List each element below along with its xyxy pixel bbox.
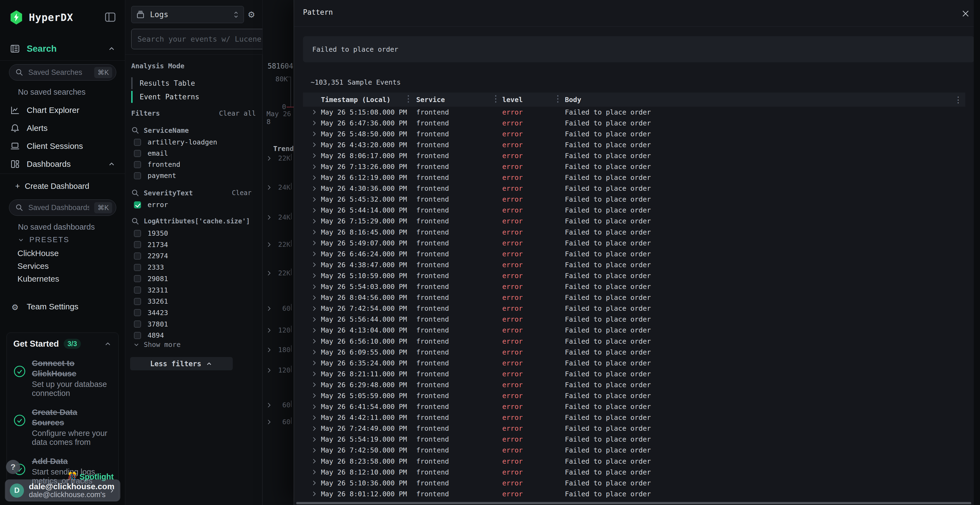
row-expand-chevron[interactable] [303,316,318,323]
pattern-row-peek[interactable]: 120 [263,365,294,376]
row-expand-chevron[interactable] [303,447,318,454]
table-row[interactable]: May 26 6:56:10.000 PMfrontenderrorFailed… [303,336,965,347]
pattern-row-peek[interactable]: 22K [263,240,294,250]
table-row[interactable]: May 26 8:04:56.000 PMfrontenderrorFailed… [303,292,965,303]
row-expand-chevron[interactable] [303,338,318,345]
filter-option[interactable]: 33261 [134,296,254,307]
row-expand-chevron[interactable] [303,305,318,312]
sidebar-item-dashboards[interactable]: Dashboards [0,156,125,173]
table-row[interactable]: May 26 8:21:11.000 PMfrontenderrorFailed… [303,368,965,379]
table-row[interactable]: May 26 6:35:24.000 PMfrontenderrorFailed… [303,357,965,368]
table-row[interactable]: May 26 5:45:32.000 PMfrontenderrorFailed… [303,194,965,205]
checkbox[interactable] [134,230,141,237]
filter-option[interactable]: 32311 [134,284,254,296]
less-filters-button[interactable]: Less filters [130,357,233,370]
col-level[interactable]: level [494,96,557,104]
table-row[interactable]: May 26 5:56:44.000 PMfrontenderrorFailed… [303,314,965,325]
row-expand-chevron[interactable] [303,261,318,268]
row-expand-chevron[interactable] [303,425,318,432]
preset-clickhouse[interactable]: ClickHouse [18,249,59,258]
sidebar-item-client-sessions[interactable]: Client Sessions [0,138,125,154]
mode-event-patterns[interactable]: Event Patterns [131,91,235,103]
table-row[interactable]: May 26 5:05:59.000 PMfrontenderrorFailed… [303,390,965,401]
row-expand-chevron[interactable] [303,359,318,367]
row-expand-chevron[interactable] [303,207,318,214]
mode-results-table[interactable]: Results Table [131,77,235,90]
row-expand-chevron[interactable] [303,108,318,116]
table-row[interactable]: May 26 5:10:59.000 PMfrontenderrorFailed… [303,270,965,281]
table-row[interactable]: May 26 6:29:48.000 PMfrontenderrorFailed… [303,379,965,390]
chevron-up-icon[interactable] [108,160,116,168]
table-row[interactable]: May 26 4:42:11.000 PMfrontenderrorFailed… [303,412,965,423]
table-row[interactable]: May 26 5:15:08.000 PMfrontenderrorFailed… [303,106,965,118]
checkbox[interactable] [134,150,141,157]
presets-toggle[interactable]: PRESETS [18,236,69,244]
get-started-item[interactable]: Connect to ClickHouse Set up your databa… [13,358,112,398]
source-settings-gear-icon[interactable]: ⚙ [248,8,255,20]
table-row[interactable]: May 26 6:25:44.000 PMfrontenderrorFailed… [303,499,965,502]
saved-searches-search[interactable]: ⌘K [9,64,116,81]
col-timestamp[interactable]: Timestamp (Local) [318,96,414,104]
checkbox-checked[interactable] [134,201,141,208]
table-row[interactable]: May 26 5:49:07.000 PMfrontenderrorFailed… [303,238,965,248]
row-expand-chevron[interactable] [303,327,318,334]
sidebar-item-alerts[interactable]: Alerts [0,120,125,137]
checkbox[interactable] [134,252,141,260]
row-expand-chevron[interactable] [303,174,318,181]
sidebar-item-chart-explorer[interactable]: Chart Explorer [0,102,125,119]
table-row[interactable]: May 26 5:54:19.000 PMfrontenderrorFailed… [303,434,965,445]
checkbox[interactable] [134,161,141,168]
create-dashboard-button[interactable]: + Create Dashboard [0,178,125,194]
get-started-item[interactable]: Create Data Sources Configure where your… [13,407,112,447]
pattern-row-peek[interactable]: 22K [263,153,294,164]
row-expand-chevron[interactable] [303,240,318,246]
pattern-row-peek[interactable]: 24K [263,182,294,193]
row-expand-chevron[interactable] [303,468,318,476]
filter-option[interactable]: artillery-loadgen [134,137,254,148]
table-row[interactable]: May 26 5:44:14.000 PMfrontenderrorFailed… [303,205,965,216]
row-expand-chevron[interactable] [303,218,318,225]
col-service[interactable]: Service [414,96,494,104]
row-expand-chevron[interactable] [303,458,318,465]
filter-option[interactable]: 34423 [134,307,254,318]
chevron-up-icon[interactable] [108,44,116,53]
pattern-row-peek[interactable]: 60 [263,400,294,411]
table-row[interactable]: May 26 7:42:54.000 PMfrontenderrorFailed… [303,303,965,314]
row-expand-chevron[interactable] [303,185,318,192]
column-resizer[interactable] [495,95,496,104]
sidebar-item-team-settings[interactable]: ⚙ Team Settings [0,298,125,315]
row-expand-chevron[interactable] [303,294,318,301]
user-menu[interactable]: D dale@clickhouse.com dale@clickhouse.co… [5,480,120,502]
row-expand-chevron[interactable] [303,250,318,257]
close-icon[interactable] [959,7,972,20]
filter-option[interactable]: 37801 [134,319,254,330]
table-row[interactable]: May 26 8:23:58.000 PMfrontenderrorFailed… [303,456,965,467]
filter-option[interactable]: 4894 [134,330,254,341]
filter-option[interactable]: 2333 [134,262,254,273]
pattern-row-peek[interactable]: 22K [263,268,294,279]
app-logo[interactable]: HyperDX [10,10,119,25]
pattern-row-peek[interactable]: 180 [263,345,294,356]
row-expand-chevron[interactable] [303,152,318,159]
pattern-row-peek[interactable]: 60 [263,303,294,314]
checkbox[interactable] [134,264,141,271]
filter-option[interactable]: email [134,148,254,159]
table-row[interactable]: May 26 7:15:29.000 PMfrontenderrorFailed… [303,216,965,227]
sidebar-item-search[interactable]: Search [0,40,125,57]
table-row[interactable]: May 26 5:48:50.000 PMfrontenderrorFailed… [303,129,965,139]
table-row[interactable]: May 26 8:16:45.000 PMfrontenderrorFailed… [303,227,965,238]
row-expand-chevron[interactable] [303,119,318,127]
filter-option[interactable]: 22974 [134,250,254,262]
table-row[interactable]: May 26 4:13:04.000 PMfrontenderrorFailed… [303,325,965,336]
filter-option[interactable]: 19350 [134,228,254,239]
source-select[interactable]: Logs [131,6,244,23]
table-row[interactable]: May 26 5:10:36.000 PMfrontenderrorFailed… [303,478,965,488]
checkbox[interactable] [134,286,141,294]
preset-kubernetes[interactable]: Kubernetes [18,274,59,284]
row-expand-chevron[interactable] [303,403,318,410]
table-row[interactable]: May 26 6:09:55.000 PMfrontenderrorFailed… [303,347,965,357]
table-row[interactable]: May 26 8:06:17.000 PMfrontenderrorFailed… [303,150,965,161]
table-options-kebab-icon[interactable]: ⋮ [953,94,964,106]
show-more-button[interactable]: Show more [133,341,180,349]
checkbox[interactable] [134,332,141,339]
